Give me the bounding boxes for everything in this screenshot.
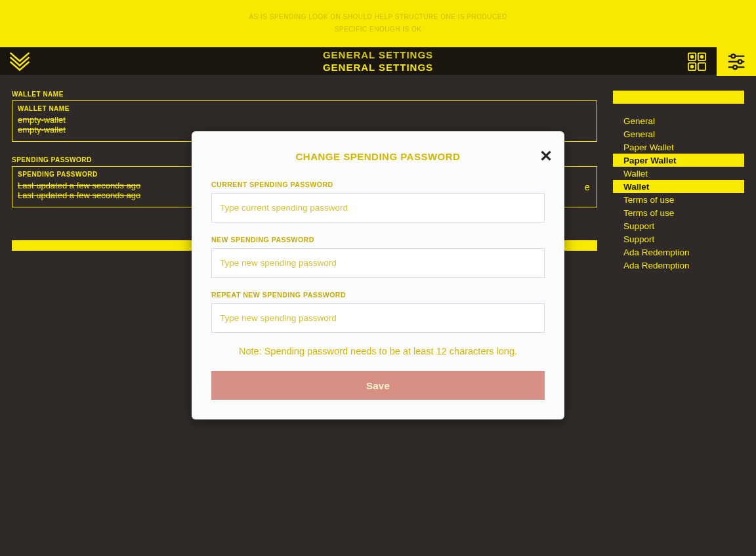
settings-sliders-icon[interactable] [717,47,756,76]
change-password-link[interactable]: e [585,182,590,192]
current-password-label: CURRENT SPENDING PASSWORD [211,181,545,188]
repeat-password-group: REPEAT NEW SPENDING PASSWORD [211,291,545,333]
settings-sidebar: GeneralGeneralPaper WalletPaper WalletWa… [613,91,744,272]
password-note: Note: Spending password needs to be at l… [211,346,545,356]
svg-point-4 [691,56,694,58]
close-icon[interactable]: ✕ [539,147,553,165]
sidebar-item-wallet-4[interactable]: Wallet [613,167,744,180]
wallet-name-label: WALLET NAME [12,91,597,98]
svg-point-5 [701,56,704,58]
top-banner: AS IS SPENDING LOOK ON SHOULD HELP STRUC… [0,0,756,46]
banner-line-1: AS IS SPENDING LOOK ON SHOULD HELP STRUC… [249,11,507,23]
wallet-name-value: empty-wallet [18,115,591,125]
sidebar-item-ada-redemption-10[interactable]: Ada Redemption [613,246,744,259]
sidebar-item-terms-of-use-6[interactable]: Terms of use [613,193,744,206]
repeat-password-label: REPEAT NEW SPENDING PASSWORD [211,291,545,299]
save-button[interactable]: Save [211,371,545,400]
banner-line-2: SPECIFIC ENOUGH IS OK [335,23,422,35]
new-password-label: NEW SPENDING PASSWORD [211,236,545,244]
header-action-group [677,47,756,76]
sidebar-item-paper-wallet-3[interactable]: Paper Wallet [613,154,744,167]
svg-point-8 [732,54,736,58]
sidebar-item-terms-of-use-7[interactable]: Terms of use [613,206,744,219]
app-header: GENERAL SETTINGS GENERAL SETTINGS [0,46,756,75]
svg-point-10 [738,60,742,64]
sidebar-item-ada-redemption-11[interactable]: Ada Redemption [613,259,744,272]
sidebar-item-wallet-5[interactable]: Wallet [613,180,744,193]
svg-point-12 [733,66,737,70]
sidebar-item-support-8[interactable]: Support [613,219,744,232]
wallet-grid-icon[interactable] [677,47,717,76]
current-password-group: CURRENT SPENDING PASSWORD [211,181,545,223]
page-title-line-1: GENERAL SETTINGS [0,49,756,62]
sidebar-nav-list: GeneralGeneralPaper WalletPaper WalletWa… [613,114,744,272]
sidebar-item-support-9[interactable]: Support [613,232,744,246]
sidebar-item-paper-wallet-2[interactable]: Paper Wallet [613,140,744,154]
wallet-name-inner-label: WALLET NAME [18,105,591,112]
current-password-input[interactable] [211,193,545,223]
repeat-password-input[interactable] [211,303,545,333]
new-password-group: NEW SPENDING PASSWORD [211,236,545,278]
svg-rect-3 [698,63,705,70]
page-title-line-2: GENERAL SETTINGS [0,61,756,74]
sidebar-item-general-0[interactable]: General [613,114,744,127]
new-password-input[interactable] [211,248,545,278]
sidebar-item-general-1[interactable]: General [613,127,744,140]
sidebar-header-strip [613,91,744,104]
dialog-title: CHANGE SPENDING PASSWORD [211,151,545,162]
change-password-dialog: ✕ CHANGE SPENDING PASSWORD CURRENT SPEND… [192,131,564,419]
svg-point-6 [691,66,694,68]
page-title: GENERAL SETTINGS GENERAL SETTINGS [0,49,756,74]
